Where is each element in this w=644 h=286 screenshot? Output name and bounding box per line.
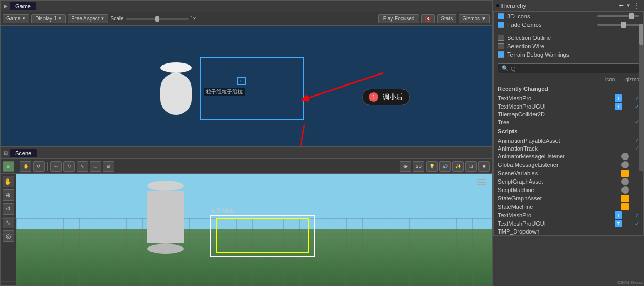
audio-button[interactable]: 🔊 xyxy=(439,161,451,172)
aspect-arrow-icon: ▼ xyxy=(101,16,105,21)
list-item-globallistener: GlobalMessageListener xyxy=(494,161,643,169)
transform-tool-button[interactable]: ⊕ xyxy=(103,161,114,172)
scenevars-icon xyxy=(621,170,629,177)
selection-outline-checkbox[interactable] xyxy=(498,35,504,41)
3d-icons-slider[interactable] xyxy=(597,15,639,17)
list-item-animlistener: AnimatorMessageListener xyxy=(494,152,643,161)
selection-outline-label: Selection Outline xyxy=(507,35,639,41)
globallistener-icon xyxy=(621,161,629,168)
stats-button[interactable]: Stats xyxy=(437,14,456,23)
mode-dropdown[interactable]: Game ▼ xyxy=(3,14,29,23)
gizmos-search-input[interactable] xyxy=(511,66,636,72)
scene-grid-icon: ⊞ xyxy=(4,150,8,156)
scale-thumb xyxy=(155,16,159,22)
list-item-scriptmachine: ScriptMachine xyxy=(494,186,643,194)
terrain-debug-checkbox[interactable] xyxy=(498,51,504,58)
gizmos-arrow-icon: ▼ xyxy=(481,16,486,22)
gizmo-col-header: gizmo xyxy=(625,77,639,82)
aspect-dropdown[interactable]: Free Aspect ▼ xyxy=(68,14,108,23)
3d-icons-checkbox[interactable] xyxy=(498,13,504,19)
hierarchy-icon: ≡ xyxy=(496,3,499,8)
scene-menu-icon[interactable] xyxy=(477,179,486,185)
hierarchy-header: ≡ Hierarchy + ▼ ⋮ xyxy=(493,0,644,12)
2d-button[interactable]: 2D xyxy=(413,161,424,172)
hierarchy-menu-button[interactable]: ⋮ xyxy=(633,2,641,10)
hand-tool[interactable]: ✋ xyxy=(3,176,14,187)
list-item-textmeshpro: TextMeshPro T ✓ xyxy=(494,94,643,102)
scene-toolbar: ⊕ ✋ ↺ ↔ ↻ ⤡ ▭ ⊕ ◉ 2D 💡 🔊 ✨ ⊡ ■ xyxy=(1,159,492,174)
3d-icons-row: 3D Icons xyxy=(494,12,643,20)
tmpugui-gizmo-check[interactable]: ✓ xyxy=(635,220,639,227)
list-item-animtrack: AnimationTrack ✓ xyxy=(494,144,643,152)
scale-tool-button[interactable]: ⤡ xyxy=(77,161,88,172)
gizmos-list: Recently Changed TextMeshPro T ✓ TextMes… xyxy=(494,83,643,235)
arrow-1-svg xyxy=(278,68,394,110)
scripts-header: Scripts xyxy=(494,126,643,136)
svg-line-1 xyxy=(294,125,304,146)
display-dropdown[interactable]: Display 1 ▼ xyxy=(31,14,66,23)
gizmos-scrollbar[interactable] xyxy=(639,24,643,171)
scriptgraph-icon xyxy=(621,178,629,185)
move-tool-button[interactable]: ↔ xyxy=(50,161,62,172)
tree-gizmo-check[interactable]: ✓ xyxy=(635,119,639,125)
move-scene-tool[interactable]: ⊕ xyxy=(3,189,14,201)
orbit-scene-tool[interactable]: ↺ xyxy=(3,203,14,215)
toolbar-sep-3 xyxy=(397,162,397,171)
scale-track[interactable] xyxy=(126,18,189,20)
play-focused-button[interactable]: Play Focused xyxy=(378,14,420,23)
search-icon: 🔍 xyxy=(501,65,509,72)
scene-box-label: 粒子粒粒粒 xyxy=(211,207,235,214)
light-button[interactable]: 💡 xyxy=(426,161,438,172)
scene-cylinder xyxy=(147,181,184,254)
list-item-tmpugui: TextMeshProUGUI T ✓ xyxy=(494,219,643,228)
3d-icons-label: 3D Icons xyxy=(507,13,594,19)
scene-tab[interactable]: Scene xyxy=(10,149,37,157)
rect-tool-button[interactable]: ▭ xyxy=(90,161,101,172)
view-tool-button[interactable]: ◉ xyxy=(400,161,411,172)
fx-button[interactable]: ✨ xyxy=(452,161,464,172)
list-item-stategraph: StateGraphAsset xyxy=(494,194,643,203)
animplayable-gizmo-check[interactable]: ✓ xyxy=(635,137,639,144)
rotate-tool-button[interactable]: ↻ xyxy=(63,161,75,172)
gizmos-button[interactable]: Gizmos ▼ xyxy=(459,14,490,23)
hierarchy-plus-button[interactable]: + xyxy=(619,1,624,10)
textmeshpro-icon: T xyxy=(615,94,622,102)
list-item-tmp-dropdown: TMP_Dropdown xyxy=(494,228,643,235)
scene-panel: ⊞ Scene ⊕ ✋ ↺ ↔ ↻ ⤡ ▭ ⊕ ◉ 2D 💡 🔊 ✨ ⊡ ■ ✋… xyxy=(0,147,493,286)
scene-gizmo-button[interactable]: ⊡ xyxy=(465,161,477,172)
list-item-scenevars: SceneVariables xyxy=(494,169,643,177)
fade-gizmos-slider[interactable] xyxy=(597,24,639,26)
game-cylinder xyxy=(160,62,192,115)
scene-viewport: ✋ ⊕ ↺ ⤡ ◎ 粒子粒粒粒 xyxy=(1,174,492,285)
textmeshprougui-gizmo-check[interactable]: ✓ xyxy=(635,103,639,110)
pan-tool-button[interactable]: ✋ xyxy=(20,161,31,172)
divider-1 xyxy=(494,31,643,31)
animtrack-gizmo-check[interactable]: ✓ xyxy=(635,145,639,152)
selection-wire-row: Selection Wire xyxy=(494,42,643,50)
selection-wire-checkbox[interactable] xyxy=(498,43,504,49)
statemachine-icon xyxy=(621,203,629,210)
hierarchy-title: Hierarchy xyxy=(501,3,526,9)
list-item-textmeshprougui: TextMeshProUGUI T ✓ xyxy=(494,102,643,111)
orbit-tool-button[interactable]: ↺ xyxy=(33,161,45,172)
selection-outline-row: Selection Outline xyxy=(494,34,643,42)
scene-selection-box: 粒子粒粒粒 xyxy=(210,215,315,257)
scene-mode-button[interactable]: ■ xyxy=(478,161,490,172)
display-arrow-icon: ▼ xyxy=(58,16,62,21)
gizmos-scrollbar-thumb xyxy=(639,24,643,45)
textmeshpro-gizmo-check[interactable]: ✓ xyxy=(635,95,639,102)
terrain-debug-row: Terrain Debug Warnings xyxy=(494,50,643,59)
fade-gizmos-label: Fade Gizmos xyxy=(507,22,594,28)
fade-gizmos-checkbox[interactable] xyxy=(498,22,504,28)
game-tab[interactable]: Game xyxy=(10,2,36,10)
select-tool-button[interactable]: ⊕ xyxy=(3,161,14,172)
game-viewport: □ 粒子组粒子组粒 1 调小后 2 肉眼可见变小了，根据自己需要自行调节 xyxy=(1,26,492,146)
mute-button[interactable]: 🔇 xyxy=(421,14,435,23)
icon-col-header: icon xyxy=(605,77,615,82)
list-item-tmp: TextMeshPro T ✓ xyxy=(494,211,643,219)
list-item-tree: Tree ✓ xyxy=(494,118,643,126)
recently-changed-header: Recently Changed xyxy=(494,83,643,94)
toolbar-sep-2 xyxy=(47,162,48,171)
tmp-gizmo-check[interactable]: ✓ xyxy=(635,212,639,219)
hierarchy-controls: + ▼ ⋮ xyxy=(619,1,641,10)
